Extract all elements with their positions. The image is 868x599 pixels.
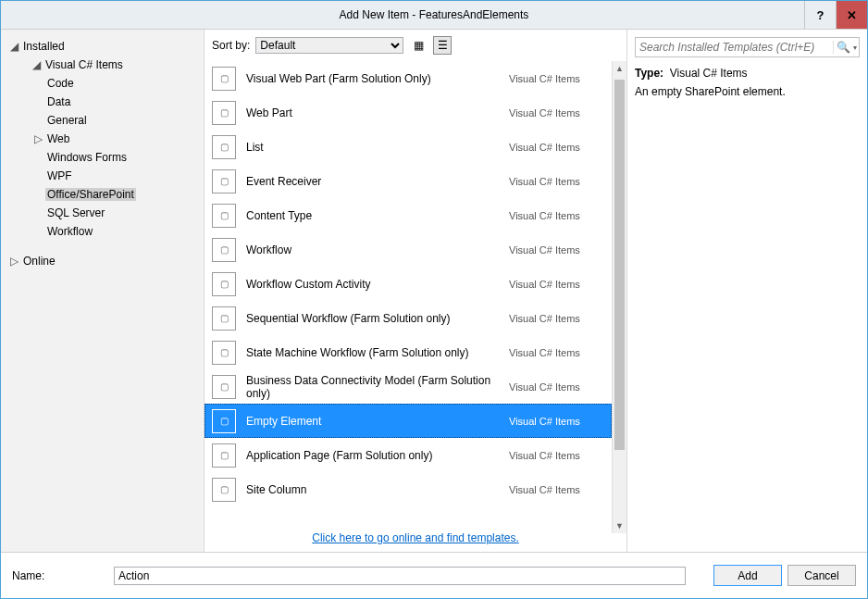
tree-online[interactable]: ▷ Online: [1, 252, 204, 270]
tree-item-label: Data: [45, 95, 72, 108]
tree-item[interactable]: ▷Web: [1, 130, 204, 148]
template-row[interactable]: ▢Web PartVisual C# Items: [205, 95, 612, 130]
template-row[interactable]: ▢Business Data Connectivity Model (Farm …: [205, 369, 612, 404]
type-value: Visual C# Items: [670, 67, 748, 80]
name-label: Name:: [12, 569, 105, 582]
seq-workflow-icon: ▢: [211, 306, 237, 331]
tree-item-label: General: [45, 114, 89, 127]
sort-bar: Sort by: Default ▦ ☰: [205, 30, 626, 61]
search-box[interactable]: 🔍 ▾: [635, 37, 860, 57]
template-row[interactable]: ▢Sequential Workflow (Farm Solution only…: [205, 301, 612, 335]
search-icon[interactable]: 🔍: [833, 41, 853, 54]
template-name: Event Receiver: [246, 175, 509, 188]
workflow-icon: ▢: [211, 271, 237, 297]
description: An empty SharePoint element.: [635, 85, 860, 98]
template-name: State Machine Workflow (Farm Solution on…: [246, 346, 509, 359]
template-name: Web Part: [246, 106, 509, 119]
template-row[interactable]: ▢Workflow Custom ActivityVisual C# Items: [205, 267, 612, 301]
template-name: Application Page (Farm Solution only): [246, 449, 509, 462]
template-language: Visual C# Items: [509, 210, 601, 221]
details-panel: 🔍 ▾ Type: Visual C# Items An empty Share…: [626, 30, 867, 552]
tree-item-label: Code: [45, 77, 76, 90]
add-button[interactable]: Add: [713, 565, 782, 586]
template-row[interactable]: ▢Visual Web Part (Farm Solution Only)Vis…: [205, 61, 612, 95]
template-name: Visual Web Part (Farm Solution Only): [246, 72, 509, 85]
template-name: Sequential Workflow (Farm Solution only): [246, 312, 509, 325]
template-language: Visual C# Items: [509, 381, 601, 393]
category-tree: ◢ Installed ◢ Visual C# Items CodeDataGe…: [1, 30, 205, 552]
tree-item-label: SQL Server: [45, 206, 106, 219]
template-name: Site Column: [246, 483, 509, 496]
event-icon: ▢: [211, 168, 237, 194]
search-input[interactable]: [636, 41, 833, 54]
tree-item[interactable]: Data: [1, 93, 204, 111]
template-row[interactable]: ▢State Machine Workflow (Farm Solution o…: [205, 335, 612, 369]
template-language: Visual C# Items: [509, 176, 601, 187]
sort-dropdown[interactable]: Default: [255, 37, 403, 54]
window-title: Add New Item - FeaturesAndElements: [340, 8, 529, 21]
template-row[interactable]: ▢Event ReceiverVisual C# Items: [205, 164, 612, 198]
template-row[interactable]: ▢Application Page (Farm Solution only)Vi…: [205, 438, 612, 472]
state-workflow-icon: ▢: [211, 340, 237, 366]
close-icon: ✕: [847, 8, 857, 22]
template-name: Workflow: [246, 243, 509, 256]
template-list: ▢Visual Web Part (Farm Solution Only)Vis…: [205, 61, 626, 524]
webpart-icon: ▢: [211, 100, 237, 126]
template-language: Visual C# Items: [509, 73, 601, 84]
scrollbar[interactable]: ▲ ▼: [612, 61, 626, 533]
template-language: Visual C# Items: [509, 313, 601, 324]
type-line: Type: Visual C# Items: [635, 67, 860, 80]
close-button[interactable]: ✕: [836, 1, 867, 29]
template-row[interactable]: ▢WorkflowVisual C# Items: [205, 232, 612, 267]
tree-item[interactable]: Office/SharePoint: [1, 185, 204, 204]
content-icon: ▢: [211, 203, 237, 229]
tree-item[interactable]: Code: [1, 74, 204, 93]
grid-icon: ▦: [414, 39, 424, 52]
bdc-icon: ▢: [211, 374, 237, 400]
view-small-icons[interactable]: ☰: [433, 36, 452, 55]
template-language: Visual C# Items: [509, 279, 601, 290]
tree-item-label: WPF: [45, 169, 74, 182]
name-input[interactable]: [114, 567, 686, 585]
cancel-button[interactable]: Cancel: [787, 565, 856, 586]
expand-icon: ▷: [8, 255, 19, 268]
tree-item-label: Windows Forms: [45, 151, 129, 164]
webpart-icon: ▢: [211, 66, 237, 92]
tree-item[interactable]: WPF: [1, 167, 204, 185]
tree-item[interactable]: General: [1, 111, 204, 130]
tree-installed[interactable]: ◢ Installed: [1, 37, 204, 56]
template-row[interactable]: ▢Empty ElementVisual C# Items: [205, 404, 612, 438]
workflow-icon: ▢: [211, 237, 237, 263]
template-name: List: [246, 141, 509, 154]
template-language: Visual C# Items: [509, 416, 601, 427]
search-dropdown-icon[interactable]: ▾: [853, 44, 859, 52]
template-row[interactable]: ▢ListVisual C# Items: [205, 130, 612, 164]
template-name: Empty Element: [246, 415, 509, 428]
template-language: Visual C# Items: [509, 244, 601, 256]
title-bar: Add New Item - FeaturesAndElements ? ✕: [1, 1, 867, 29]
tree-item-label: Workflow: [45, 225, 94, 238]
tree-item[interactable]: Workflow: [1, 222, 204, 241]
scroll-down-icon[interactable]: ▼: [613, 518, 626, 533]
tree-csharp-items[interactable]: ◢ Visual C# Items: [1, 56, 204, 74]
site-column-icon: ▢: [211, 477, 237, 503]
view-large-icons[interactable]: ▦: [409, 36, 428, 55]
tree-item[interactable]: SQL Server: [1, 204, 204, 222]
scrollbar-thumb[interactable]: [614, 80, 625, 450]
tree-item-label: Web: [45, 132, 71, 145]
type-label: Type:: [635, 67, 663, 80]
help-button[interactable]: ?: [804, 1, 836, 29]
template-name: Workflow Custom Activity: [246, 278, 509, 291]
collapse-icon: ◢: [8, 40, 19, 53]
template-row[interactable]: ▢Site ColumnVisual C# Items: [205, 472, 612, 506]
template-name: Content Type: [246, 209, 509, 222]
online-templates-link-row: Click here to go online and find templat…: [205, 524, 626, 552]
tree-item[interactable]: Windows Forms: [1, 148, 204, 167]
online-templates-link[interactable]: Click here to go online and find templat…: [312, 531, 518, 544]
bottom-bar: Name: Add Cancel: [1, 552, 867, 598]
empty-element-icon: ▢: [211, 408, 237, 434]
template-row[interactable]: ▢Content TypeVisual C# Items: [205, 198, 612, 232]
template-language: Visual C# Items: [509, 450, 601, 461]
scroll-up-icon[interactable]: ▲: [613, 61, 626, 76]
template-language: Visual C# Items: [509, 484, 601, 495]
